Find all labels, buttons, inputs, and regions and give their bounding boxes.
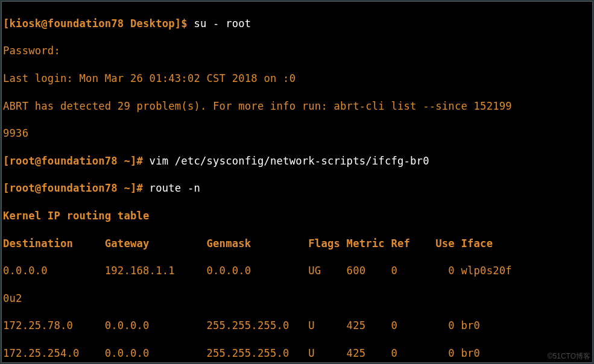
cmd-vim: vim /etc/sysconfig/network-scripts/ifcfg… — [150, 155, 429, 167]
cmd-route: route -n — [150, 182, 200, 194]
prompt-root: [root@foundation78 ~]# — [3, 182, 150, 194]
terminal-window[interactable]: [kiosk@foundation78 Desktop]$ su - root … — [1, 1, 593, 363]
cmd-su: su - root — [194, 17, 251, 30]
abrt-line-2: 9936 — [3, 127, 591, 140]
prompt-root: [root@foundation78 ~]# — [3, 155, 150, 167]
abrt-line-1: ABRT has detected 29 problem(s). For mor… — [3, 99, 591, 113]
route-row: 0.0.0.0 192.168.1.1 0.0.0.0 UG 600 0 0 w… — [3, 264, 591, 278]
password-label: Password: — [3, 44, 591, 58]
prompt-kiosk: [kiosk@foundation78 Desktop]$ — [3, 17, 194, 30]
prompt-line-3: [root@foundation78 ~]# route -n — [3, 181, 591, 195]
route-row: 172.25.78.0 0.0.0.0 255.255.255.0 U 425 … — [3, 319, 591, 333]
prompt-line-2: [root@foundation78 ~]# vim /etc/sysconfi… — [3, 154, 591, 168]
route-row: 0u2 — [3, 292, 591, 306]
prompt-line-1: [kiosk@foundation78 Desktop]$ su - root — [3, 17, 591, 31]
route-header: Destination Gateway Genmask Flags Metric… — [3, 237, 591, 251]
route-title: Kernel IP routing table — [3, 209, 591, 223]
route-row: 172.25.254.0 0.0.0.0 255.255.255.0 U 425… — [3, 347, 591, 360]
last-login-line: Last login: Mon Mar 26 01:43:02 CST 2018… — [3, 72, 591, 86]
